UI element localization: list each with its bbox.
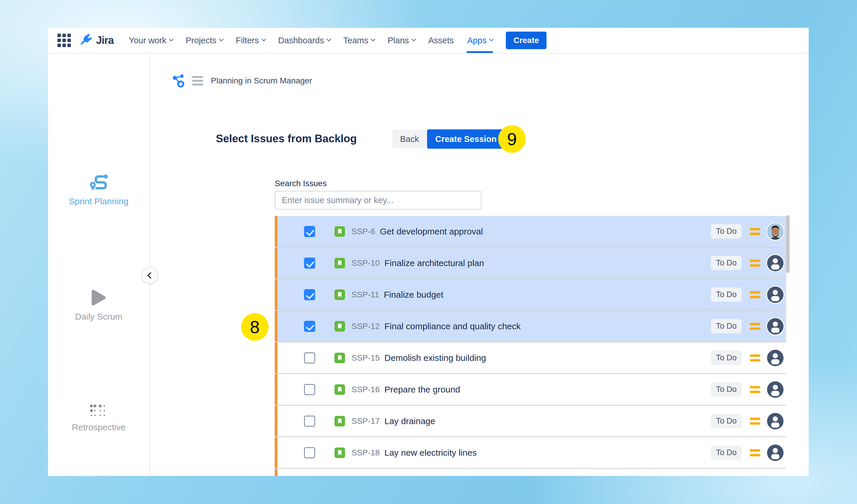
nav-item-dashboards[interactable]: Dashboards — [278, 28, 330, 53]
issue-row[interactable]: SSP-16 Prepare the ground To Do — [275, 374, 786, 405]
issue-summary: Demolish existing building — [385, 353, 486, 363]
assignee-avatar[interactable] — [766, 412, 784, 430]
sidebar-item-daily-scrum[interactable]: Daily Scrum — [48, 289, 149, 321]
issue-row-right: To Do — [711, 444, 784, 462]
assignee-avatar[interactable] — [766, 349, 784, 367]
priority-medium-icon — [750, 386, 760, 393]
nav-item-plans[interactable]: Plans — [387, 28, 415, 53]
issue-checkbox[interactable] — [304, 258, 315, 269]
issue-checkbox[interactable] — [304, 384, 315, 395]
priority-medium-icon — [750, 418, 760, 425]
issue-row[interactable]: SSP-12 Final compliance and quality chec… — [275, 311, 786, 342]
nav-item-apps[interactable]: Apps — [467, 28, 492, 53]
issue-row[interactable]: SSP-11 Finalize budget To Do — [275, 279, 786, 310]
priority-medium-icon — [750, 260, 760, 267]
issue-checkbox[interactable] — [304, 226, 315, 237]
jira-logo[interactable]: Jira — [78, 33, 114, 48]
app-switcher-icon[interactable] — [57, 34, 71, 47]
issue-row-right: To Do — [711, 223, 784, 241]
list-scrollbar — [786, 215, 790, 475]
nav-item-assets[interactable]: Assets — [428, 28, 454, 53]
sidebar-item-label: Sprint Planning — [48, 196, 149, 206]
nav-item-teams[interactable]: Teams — [343, 28, 374, 53]
priority-medium-icon — [750, 354, 760, 362]
issue-key: SSP-15 — [351, 353, 380, 363]
issue-summary: Lay new electricity lines — [385, 448, 477, 458]
sidebar-divider — [149, 54, 150, 476]
jira-mark-icon — [78, 33, 93, 48]
assignee-avatar[interactable] — [766, 286, 784, 304]
story-type-icon — [335, 321, 345, 332]
priority-medium-icon — [750, 449, 760, 456]
create-button[interactable]: Create — [506, 32, 547, 49]
issue-row[interactable]: SSP-15 Demolish existing building To Do — [275, 343, 786, 373]
nav-item-filters[interactable]: Filters — [236, 28, 265, 53]
issue-checkbox[interactable] — [304, 352, 315, 364]
status-badge: To Do — [711, 446, 742, 460]
create-session-button[interactable]: Create Session — [427, 129, 505, 149]
issue-checkbox[interactable] — [304, 289, 315, 300]
sidebar-item-label: Daily Scrum — [48, 312, 149, 321]
chevron-down-icon — [169, 37, 174, 41]
story-type-icon — [335, 448, 345, 458]
issue-row-partial — [275, 469, 786, 476]
story-type-icon — [335, 353, 345, 363]
issue-key: SSP-12 — [351, 321, 380, 331]
list-menu-icon[interactable] — [192, 76, 203, 85]
assignee-avatar[interactable] — [766, 223, 784, 241]
status-badge: To Do — [711, 224, 742, 239]
status-badge: To Do — [711, 319, 742, 333]
story-type-icon — [335, 226, 345, 237]
nav-item-label: Dashboards — [278, 36, 324, 45]
sidebar-collapse-button[interactable] — [141, 267, 158, 284]
issue-row[interactable]: SSP-18 Lay new electricity lines To Do — [275, 437, 786, 468]
priority-medium-icon — [750, 323, 760, 330]
issue-row[interactable]: SSP-17 Lay drainage To Do — [275, 406, 786, 436]
issue-row-right: To Do — [711, 381, 784, 399]
issue-summary: Finalize budget — [384, 290, 443, 300]
issue-checkbox[interactable] — [304, 447, 315, 458]
annotation-badge-8: 8 — [241, 313, 269, 341]
play-icon — [91, 289, 106, 307]
issue-row[interactable]: SSP-10 Finalize architectural plan To Do — [275, 248, 786, 278]
nav-item-your-work[interactable]: Your work — [129, 28, 172, 53]
nav-item-label: Filters — [236, 36, 259, 45]
assignee-avatar[interactable] — [766, 317, 784, 335]
annotation-badge-9: 9 — [498, 125, 526, 153]
status-badge: To Do — [711, 351, 742, 365]
app-window: Jira Your work Projects Filters Dashboar… — [48, 28, 809, 476]
issue-checkbox[interactable] — [304, 321, 315, 332]
nav-item-label: Apps — [467, 36, 487, 45]
search-label: Search Issues — [275, 179, 326, 188]
breadcrumb-title: Planning in Scrum Manager — [211, 76, 312, 85]
page-title: Select Issues from Backlog — [216, 133, 357, 145]
status-badge: To Do — [711, 414, 742, 428]
issue-key: SSP-18 — [351, 448, 380, 457]
issue-key: SSP-6 — [351, 227, 375, 236]
chevron-left-icon — [147, 272, 154, 279]
top-navigation: Jira Your work Projects Filters Dashboar… — [48, 28, 809, 54]
sidebar-item-retrospective[interactable]: Retrospective — [48, 404, 149, 432]
assignee-avatar[interactable] — [766, 254, 784, 272]
story-type-icon — [335, 384, 345, 395]
sidebar-item-label: Retrospective — [48, 422, 149, 432]
search-input[interactable] — [275, 191, 482, 210]
nav-item-label: Projects — [186, 36, 216, 45]
workflow-icon[interactable] — [172, 73, 187, 88]
issue-checkbox[interactable] — [304, 416, 315, 427]
issue-summary: Finalize architectural plan — [385, 258, 484, 268]
assignee-avatar[interactable] — [766, 381, 784, 399]
issue-key: SSP-16 — [351, 385, 380, 394]
priority-medium-icon — [750, 228, 760, 235]
sidebar-item-sprint-planning[interactable]: Sprint Planning — [48, 174, 149, 206]
assignee-avatar[interactable] — [766, 444, 784, 462]
chevron-down-icon — [411, 37, 416, 41]
issue-summary: Get development approval — [380, 227, 483, 237]
nav-item-projects[interactable]: Projects — [186, 28, 222, 53]
issue-row-right: To Do — [711, 317, 784, 335]
issue-row[interactable]: SSP-6 Get development approval To Do — [275, 216, 786, 247]
scrollbar-thumb[interactable] — [786, 215, 790, 273]
story-type-icon — [335, 416, 345, 427]
back-button[interactable]: Back — [392, 130, 426, 148]
issue-key: SSP-11 — [351, 290, 379, 299]
